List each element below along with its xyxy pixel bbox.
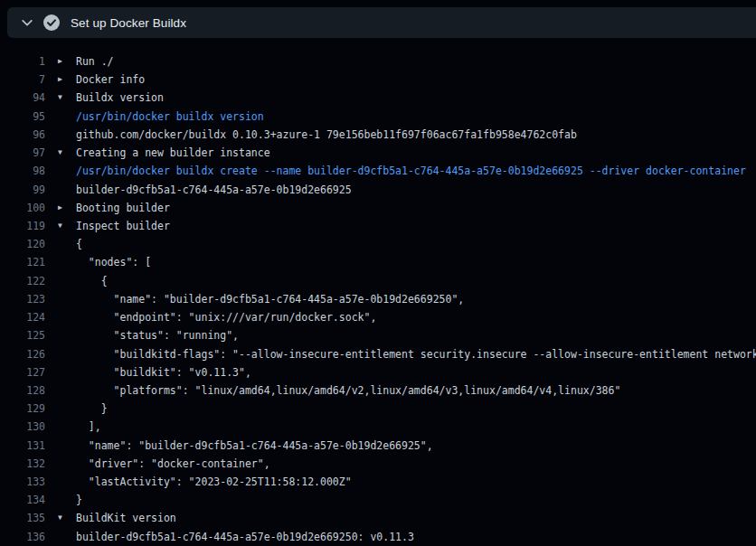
log-line: 127 "buildkit": "v0.11.3", (0, 363, 756, 381)
log-group-header[interactable]: 97▼Creating a new builder instance (0, 144, 756, 162)
line-number[interactable]: 121 (0, 253, 45, 271)
log-line: 134} (0, 491, 756, 509)
log-output-text: "endpoint": "unix:///var/run/docker.sock… (76, 308, 376, 326)
log-line: 120{ (0, 235, 756, 253)
log-group-header[interactable]: 135▼BuildKit version (0, 509, 756, 527)
caret-spacer (58, 253, 76, 271)
log-area: 1▶Run ./7▶Docker info94▼Buildx version95… (0, 38, 756, 546)
log-output-text: ], (76, 418, 101, 436)
chevron-down-icon[interactable] (15, 11, 39, 34)
caret-spacer (58, 290, 76, 308)
line-number[interactable]: 97 (0, 144, 45, 162)
line-number[interactable]: 99 (0, 181, 45, 199)
log-group-title: Booting builder (76, 199, 170, 217)
caret-spacer (58, 400, 76, 418)
line-number[interactable]: 136 (0, 528, 45, 546)
line-number[interactable]: 133 (0, 473, 45, 491)
caret-right-icon[interactable]: ▶ (58, 71, 76, 89)
line-number[interactable]: 134 (0, 491, 45, 509)
log-group-header[interactable]: 94▼Buildx version (0, 89, 756, 107)
caret-spacer (58, 181, 76, 199)
log-line: 99builder-d9cfb5a1-c764-445a-a57e-0b19d2… (0, 181, 756, 199)
log-line: 136builder-d9cfb5a1-c764-445a-a57e-0b19d… (0, 528, 756, 546)
line-number[interactable]: 127 (0, 363, 45, 381)
caret-spacer (58, 418, 76, 436)
check-circle-icon (43, 14, 60, 31)
line-number[interactable]: 130 (0, 418, 45, 436)
caret-spacer (58, 363, 76, 381)
log-group-header[interactable]: 7▶Docker info (0, 71, 756, 89)
log-output-text: "name": "builder-d9cfb5a1-c764-445a-a57e… (76, 437, 433, 455)
log-line: 124 "endpoint": "unix:///var/run/docker.… (0, 308, 756, 326)
log-output-text: "name": "builder-d9cfb5a1-c764-445a-a57e… (76, 290, 464, 308)
caret-down-icon[interactable]: ▼ (58, 144, 76, 162)
log-output-text: "lastActivity": "2023-02-25T11:58:12.000… (76, 473, 352, 491)
line-number[interactable]: 98 (0, 162, 45, 180)
line-number[interactable]: 7 (0, 71, 45, 89)
log-output-text: "buildkitd-flags": "--allow-insecure-ent… (76, 345, 756, 363)
caret-right-icon[interactable]: ▶ (58, 199, 76, 217)
log-line: 128 "platforms": "linux/amd64,linux/amd6… (0, 381, 756, 400)
step-title: Set up Docker Buildx (71, 16, 186, 30)
caret-spacer (58, 272, 76, 290)
log-group-header[interactable]: 1▶Run ./ (0, 52, 756, 71)
log-line: 125 "status": "running", (0, 326, 756, 344)
line-number[interactable]: 135 (0, 509, 45, 527)
log-group-header[interactable]: 119▼Inspect builder (0, 217, 756, 235)
log-line: 121 "nodes": [ (0, 253, 756, 271)
line-number[interactable]: 119 (0, 217, 45, 235)
line-number[interactable]: 132 (0, 455, 45, 473)
log-output-text: builder-d9cfb5a1-c764-445a-a57e-0b19d2e6… (76, 528, 414, 546)
caret-spacer (58, 308, 76, 326)
line-number[interactable]: 124 (0, 308, 45, 326)
caret-spacer (58, 126, 76, 144)
caret-spacer (58, 108, 76, 126)
caret-down-icon[interactable]: ▼ (58, 217, 76, 235)
caret-down-icon[interactable]: ▼ (58, 509, 76, 527)
caret-spacer (58, 473, 76, 491)
caret-spacer (58, 491, 76, 509)
caret-spacer (58, 455, 76, 473)
log-output-text: "buildkit": "v0.11.3", (76, 363, 251, 381)
caret-spacer (58, 345, 76, 363)
caret-spacer (58, 235, 76, 253)
log-command-text: /usr/bin/docker buildx version (76, 108, 264, 126)
line-number[interactable]: 120 (0, 235, 45, 253)
log-group-title: Docker info (76, 71, 145, 89)
caret-spacer (58, 162, 76, 180)
log-line: 126 "buildkitd-flags": "--allow-insecure… (0, 345, 756, 363)
line-number[interactable]: 95 (0, 108, 45, 126)
caret-down-icon[interactable]: ▼ (58, 89, 76, 107)
log-output-text: github.com/docker/buildx 0.10.3+azure-1 … (76, 126, 577, 144)
log-line: 96github.com/docker/buildx 0.10.3+azure-… (0, 126, 756, 144)
log-line: 130 ], (0, 418, 756, 436)
log-line: 129 } (0, 400, 756, 418)
caret-spacer (58, 326, 76, 344)
log-line: 123 "name": "builder-d9cfb5a1-c764-445a-… (0, 290, 756, 308)
caret-spacer (58, 437, 76, 455)
line-number[interactable]: 129 (0, 400, 45, 418)
log-group-title: Inspect builder (76, 217, 170, 235)
line-number[interactable]: 100 (0, 199, 45, 217)
line-number[interactable]: 123 (0, 290, 45, 308)
caret-right-icon[interactable]: ▶ (58, 52, 76, 71)
log-group-title: Buildx version (76, 89, 164, 107)
log-output-text: "driver": "docker-container", (76, 455, 270, 473)
line-number[interactable]: 1 (0, 52, 45, 71)
step-header[interactable]: Set up Docker Buildx (7, 7, 756, 38)
log-output-text: { (76, 235, 82, 253)
line-number[interactable]: 126 (0, 345, 45, 363)
line-number[interactable]: 125 (0, 326, 45, 344)
line-number[interactable]: 94 (0, 89, 45, 107)
log-line: 98/usr/bin/docker buildx create --name b… (0, 162, 756, 180)
log-output-text: "status": "running", (76, 326, 239, 344)
log-group-header[interactable]: 100▶Booting builder (0, 199, 756, 217)
log-group-title: BuildKit version (76, 509, 176, 527)
line-number[interactable]: 128 (0, 381, 45, 400)
line-number[interactable]: 131 (0, 437, 45, 455)
line-number[interactable]: 96 (0, 126, 45, 144)
log-output-text: } (76, 400, 108, 418)
log-output-text: "nodes": [ (76, 253, 151, 271)
log-output-text: { (76, 272, 108, 290)
line-number[interactable]: 122 (0, 272, 45, 290)
